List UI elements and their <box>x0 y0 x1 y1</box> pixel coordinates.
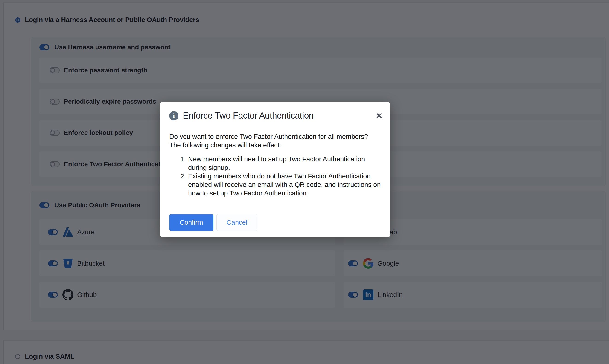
dialog-body: Do you want to enforce Two Factor Authen… <box>169 132 381 197</box>
dialog-question-line2: The following changes will take effect: <box>169 141 381 149</box>
dialog-question-line1: Do you want to enforce Two Factor Authen… <box>169 132 381 141</box>
authentication-settings-page: Login via a Harness Account or Public OA… <box>0 0 609 364</box>
confirm-button[interactable]: Confirm <box>169 214 213 231</box>
dialog-effects-list: New members will need to set up Two Fact… <box>169 155 381 197</box>
dialog-title: Enforce Two Factor Authentication <box>183 111 314 121</box>
info-icon: i <box>169 111 179 120</box>
enforce-2fa-dialog: i Enforce Two Factor Authentication Do y… <box>160 102 390 237</box>
list-item: Existing members who do not have Two Fac… <box>188 172 381 197</box>
cancel-button[interactable]: Cancel <box>216 214 258 231</box>
list-item: New members will need to set up Two Fact… <box>188 155 381 172</box>
close-icon[interactable] <box>376 112 382 119</box>
dialog-header: i Enforce Two Factor Authentication <box>169 111 314 121</box>
dialog-actions: Confirm Cancel <box>169 214 258 231</box>
